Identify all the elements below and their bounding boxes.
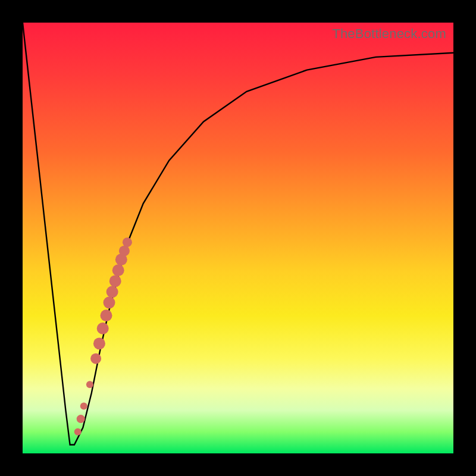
plot-area: TheBottleneck.com <box>23 23 453 453</box>
highlight-dot <box>112 264 124 276</box>
highlight-dot <box>97 322 109 334</box>
highlight-dot <box>86 381 93 388</box>
bottleneck-curve-path <box>23 23 453 445</box>
highlight-dot <box>107 286 118 298</box>
curve-layer <box>23 23 453 453</box>
highlight-dot <box>123 237 132 247</box>
highlight-dot <box>101 309 112 321</box>
highlight-dot <box>119 246 130 256</box>
highlight-dot <box>104 297 115 309</box>
chart-frame: TheBottleneck.com <box>0 0 476 476</box>
highlight-dot <box>74 428 82 436</box>
highlight-dot <box>109 275 121 287</box>
highlight-dot <box>90 353 101 364</box>
highlight-dot <box>80 402 87 409</box>
highlight-dot <box>93 337 105 349</box>
highlight-dot <box>77 415 85 423</box>
